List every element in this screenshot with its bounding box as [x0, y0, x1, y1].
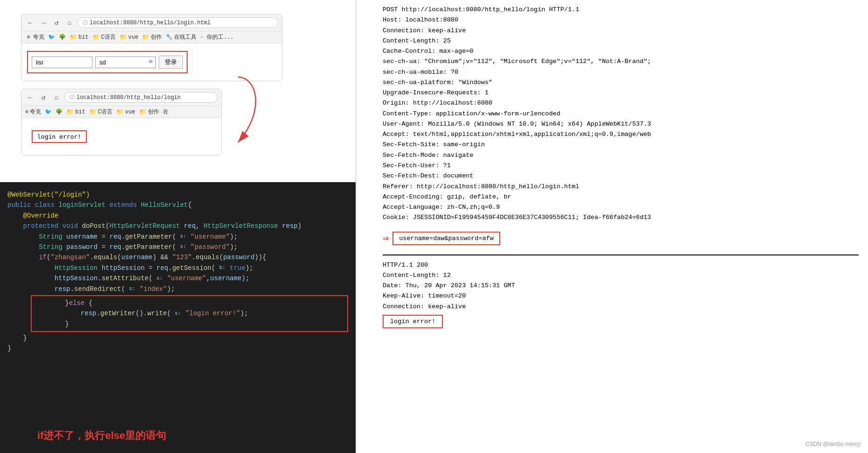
folder-vue-icon: 📁	[119, 34, 127, 41]
bookmark-zai[interactable]: 在	[163, 108, 168, 116]
browser-window-2: ← ↺ ⌂ ⓘ localhost:8080/http_hello/login …	[21, 89, 222, 156]
bookmark-c[interactable]: 📁 C语言	[92, 33, 116, 41]
request-body-box: username=daw&password=afw	[392, 232, 500, 245]
bookmark-tree-2[interactable]: 🌳	[56, 108, 63, 115]
code-line-11: }else {	[34, 298, 345, 308]
browser-toolbar-2: ← ↺ ⌂ ⓘ localhost:8080/http_hello/login	[21, 89, 221, 106]
code-line-10: resp.sendRedirect( s: "index");	[7, 284, 348, 294]
home-btn-2[interactable]: ⌂	[51, 92, 62, 103]
else-block: }else { resp.getWriter().write( s: "logi…	[7, 295, 348, 332]
refresh-btn-1[interactable]: ↺	[51, 18, 62, 28]
info-icon-1: ⓘ	[83, 19, 88, 26]
code-line-9: httpSession.setAttribute( s: "username",…	[7, 273, 348, 283]
bookmark-tree[interactable]: 🌳	[59, 34, 66, 41]
browser-content-2: login error!	[21, 118, 221, 155]
code-line-1: @WebServlet("/login")	[7, 190, 348, 200]
folder-c-icon: 📁	[92, 34, 100, 41]
red-arrow-icon: ⇒	[383, 232, 389, 245]
home-btn-1[interactable]: ⌂	[64, 18, 75, 28]
panel-divider	[356, 0, 357, 453]
csdn-watermark: CSDN @lambo mercy	[805, 441, 861, 447]
bookmarks-bar-1: ⊙ 夸克 🐦 🌳 📁 bit 📁 C语言 📁 vue 📁	[21, 31, 282, 43]
response-divider	[383, 255, 859, 255]
bookmarks-bar-2: ⊙ 夸克 🐦 🌳 📁 bit 📁 C语言 📁 vue 📁 创作	[21, 106, 221, 118]
tools-icon: 🔧	[166, 34, 173, 41]
code-line-13: }	[34, 319, 345, 329]
red-label: if进不了，执行else里的语句	[37, 429, 166, 443]
password-wrapper: 👁	[95, 57, 156, 68]
login-button-1[interactable]: 登录	[159, 56, 183, 69]
quake-icon: ⊙	[25, 34, 32, 41]
bookmark-bird-2[interactable]: 🐦	[45, 108, 52, 115]
code-line-3: @Override	[7, 211, 348, 221]
bookmark-vue-2[interactable]: 📁 vue	[116, 108, 135, 116]
else-box-highlight: }else { resp.getWriter().write( s: "logi…	[31, 295, 348, 332]
refresh-btn-2[interactable]: ↺	[38, 92, 49, 103]
code-line-2: public class loginServlet extends HelloS…	[7, 200, 348, 210]
bookmark-tools[interactable]: 🔧 在线工具 - 你的工...	[166, 33, 233, 41]
code-line-5: String username = req.getParameter( s: "…	[7, 232, 348, 242]
request-body-row: ⇒ username=daw&password=afw	[383, 227, 859, 250]
bookmark-bird[interactable]: 🐦	[48, 34, 55, 41]
login-form-1: 👁 登录	[27, 51, 188, 73]
bookmark-create[interactable]: 📁 创作	[142, 33, 162, 41]
bookmark-quake-2[interactable]: ⊙ 夸克	[25, 108, 41, 116]
right-panel: POST http://localhost:8080/http_hello/lo…	[373, 0, 868, 453]
code-line-8: HttpSession httpSession = req.getSession…	[7, 263, 348, 273]
bookmark-bit-2[interactable]: 📁 bit	[66, 108, 85, 116]
response-body-box: login error!	[383, 315, 443, 328]
url-text-1: localhost:8080/http_hello/login.html	[90, 20, 210, 26]
browser-toolbar-1: ← → ↺ ⌂ ⓘ localhost:8080/http_hello/logi…	[21, 14, 282, 31]
url-text-2: localhost:8080/http_hello/login	[77, 94, 181, 101]
forward-btn-1[interactable]: →	[38, 18, 49, 28]
address-bar-2[interactable]: ⓘ localhost:8080/http_hello/login	[64, 92, 217, 103]
code-line-4: protected void doPost(HttpServletRequest…	[7, 221, 348, 231]
eye-icon: 👁	[148, 59, 154, 66]
code-line-7: if("zhangsan".equals(username) && "123".…	[7, 252, 348, 262]
back-btn-2[interactable]: ←	[25, 92, 35, 103]
code-panel: @WebServlet("/login") public class login…	[0, 182, 356, 453]
folder-bit-icon: 📁	[70, 34, 77, 41]
code-line-6: String password = req.getParameter( s: "…	[7, 242, 348, 252]
login-error-browser: login error!	[32, 130, 87, 143]
address-bar-1[interactable]: ⓘ localhost:8080/http_hello/login.html	[77, 17, 278, 28]
back-btn-1[interactable]: ←	[25, 18, 35, 28]
bookmark-quake[interactable]: ⊙ 夸克	[25, 33, 44, 41]
request-headers: POST http://localhost:8080/http_hello/lo…	[383, 5, 859, 223]
folder-create-icon: 📁	[142, 34, 149, 41]
code-line-14: }	[7, 333, 348, 343]
bookmark-vue[interactable]: 📁 vue	[119, 34, 139, 41]
code-line-15: }	[7, 343, 348, 354]
bookmark-c-2[interactable]: 📁 C语言	[89, 108, 112, 116]
response-headers: HTTP/1.1 200 Content-Length: 12 Date: Th…	[383, 260, 859, 312]
bookmark-create-2[interactable]: 📁 创作	[139, 108, 159, 116]
bookmark-bit[interactable]: 📁 bit	[70, 34, 89, 41]
browser-window-1: ← → ↺ ⌂ ⓘ localhost:8080/http_hello/logi…	[21, 14, 282, 81]
code-line-12: resp.getWriter().write( s: "login error!…	[34, 308, 345, 319]
username-input[interactable]	[32, 57, 92, 68]
password-input[interactable]	[95, 57, 156, 68]
info-icon-2: ⓘ	[70, 94, 75, 101]
left-panel: ← → ↺ ⌂ ⓘ localhost:8080/http_hello/logi…	[0, 0, 355, 453]
